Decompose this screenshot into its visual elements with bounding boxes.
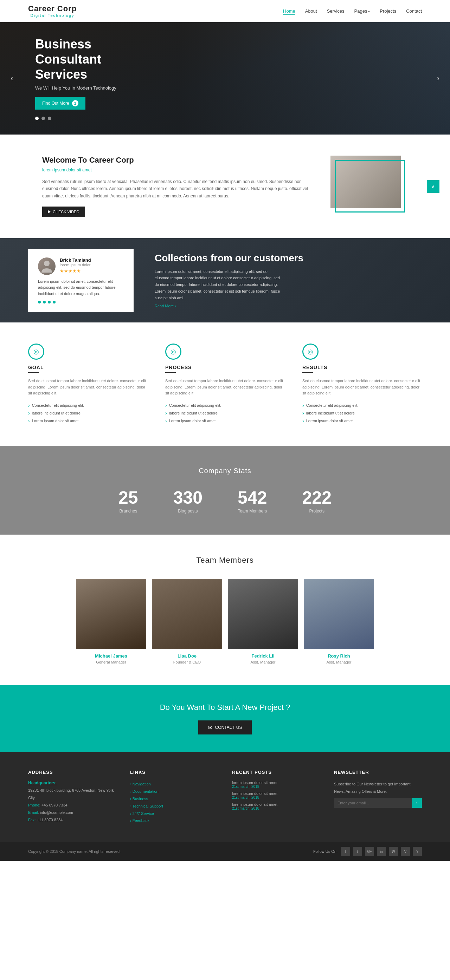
footer-post-2-date: 21st march, 2018	[232, 795, 320, 799]
goal-list: Consectetur elit adipiscing elit. labore…	[28, 401, 148, 425]
footer-email-link[interactable]: Email	[28, 810, 38, 815]
stat-projects-num: 222	[302, 489, 332, 506]
member-role-2: Founder & CEO	[152, 660, 222, 664]
hero-content: Business Consultant Services We Will Hel…	[0, 37, 155, 121]
footer-links-col: LINKS Navigation Documentation Business …	[130, 770, 218, 824]
footer-newsletter-body: Subscribe to Our Newsletter to get Impor…	[334, 781, 422, 795]
hero-btn-badge: 1	[72, 100, 78, 107]
footer-link-biz[interactable]: Business	[130, 795, 218, 803]
footer-address-col: ADDRESS Headquarters: 19281 4th block bu…	[28, 770, 116, 824]
testimonial-author-sub: lorem ipsum dolor	[60, 263, 91, 267]
footer-link-nav[interactable]: Navigation	[130, 781, 218, 788]
features-section: ◎ GOAL Sed do eiusmod tempor labore inci…	[0, 323, 450, 446]
process-icon: ◎	[165, 344, 181, 360]
hero-dots	[35, 117, 155, 120]
member-name-1: Michael James	[76, 653, 146, 659]
footer-phone-link[interactable]: Phone	[28, 803, 39, 807]
social-facebook[interactable]: f	[341, 847, 350, 856]
member-name-3: Fedrick Lii	[228, 653, 298, 659]
goal-list-item-1: Consectetur elit adipiscing elit.	[28, 401, 148, 409]
goal-underline	[28, 372, 39, 373]
footer-social: Follow Us On: f t G+ in ₩ V Y	[313, 847, 422, 856]
testimonial-heading: Collections from our customers	[155, 252, 303, 264]
results-list-item-2: labore incididunt ut et dolore	[302, 409, 422, 417]
footer-link-support[interactable]: Technical Support	[130, 803, 218, 810]
footer-newsletter-heading: NEWSLETTER	[334, 770, 422, 775]
footer-addr: 19281 4th block building, 6765 Aveston, …	[28, 787, 116, 802]
footer-post-3-date: 21st march, 2018	[232, 807, 320, 810]
social-y[interactable]: Y	[413, 847, 422, 856]
hero-dot-2[interactable]	[41, 117, 45, 120]
stat-branches-num: 25	[118, 489, 138, 506]
stat-team-num: 542	[238, 489, 267, 506]
play-icon	[48, 210, 51, 213]
testimonial-author: Brick Tamland lorem ipsum dolor ★★★★★	[38, 258, 124, 275]
social-w[interactable]: ₩	[389, 847, 398, 856]
nav-about[interactable]: About	[305, 8, 317, 14]
social-twitter[interactable]: t	[353, 847, 362, 856]
goal-list-item-3: Lorem ipsum dolor sit amet	[28, 417, 148, 425]
cta-btn-label: CONTACT US	[215, 725, 242, 730]
member-role-3: Asst. Manager	[228, 660, 298, 664]
check-video-button[interactable]: CHECK VIDEO	[42, 207, 85, 217]
social-linkedin[interactable]: in	[377, 847, 386, 856]
goal-title: GOAL	[28, 364, 148, 370]
process-list: Consectetur elit adipiscing elit. labore…	[165, 401, 285, 425]
footer-link-service[interactable]: 24/7 Service	[130, 810, 218, 818]
cta-button[interactable]: ✉ CONTACT US	[198, 721, 252, 735]
stat-branches: 25 Branches	[118, 489, 138, 514]
results-title: RESULTS	[302, 364, 422, 370]
social-v[interactable]: V	[401, 847, 410, 856]
tdot-4[interactable]	[53, 301, 56, 304]
footer-fax: Fax: +11 8970 8234	[28, 816, 116, 824]
footer-phone: Phone: +45 8970 7334	[28, 802, 116, 809]
goal-list-item-2: labore incididunt ut et dolore	[28, 409, 148, 417]
welcome-body: Sed venenatis rutrum ipsum libero at veh…	[42, 178, 310, 199]
welcome-subtitle: lorem ipsum dolor sit amet	[42, 167, 310, 172]
tdot-1[interactable]	[38, 301, 41, 304]
navbar: Career Corp Digital Technology Home Abou…	[0, 0, 450, 22]
process-list-item-3: Lorem ipsum dolor sit amet	[165, 417, 285, 425]
tdot-3[interactable]	[48, 301, 51, 304]
team-member-3: Fedrick Lii Asst. Manager	[228, 579, 298, 664]
svg-point-0	[44, 261, 49, 266]
newsletter-form: ›	[334, 798, 422, 808]
footer-fax-link[interactable]: Fax	[28, 818, 34, 822]
welcome-img-border	[335, 160, 405, 213]
read-more-link[interactable]: Read More	[155, 304, 176, 308]
welcome-section: Welcome To Career Corp lorem ipsum dolor…	[0, 135, 450, 238]
testimonial-main-content: Collections from our customers Lorem ips…	[155, 252, 303, 309]
footer-hq: Headquarters:	[28, 781, 116, 785]
team-photo-3	[228, 579, 298, 649]
scroll-up-button[interactable]: ∧	[427, 180, 439, 193]
testimonial-section: Brick Tamland lorem ipsum dolor ★★★★★ Lo…	[0, 238, 450, 323]
hero-prev-arrow[interactable]: ‹	[11, 74, 13, 83]
welcome-text: Welcome To Career Corp lorem ipsum dolor…	[42, 156, 310, 217]
hero-cta-button[interactable]: Find Out More 1	[35, 97, 85, 110]
footer-email: Email: info@example.com	[28, 809, 116, 816]
footer-copyright: Copyright © 2018 Company name. All right…	[28, 850, 121, 854]
newsletter-email-input[interactable]	[334, 798, 412, 808]
member-name-4: Rosy Rich	[304, 653, 374, 659]
nav-services[interactable]: Services	[327, 8, 345, 14]
nav-home[interactable]: Home	[283, 8, 295, 15]
cta-section: Do You Want To Start A New Project ? ✉ C…	[0, 685, 450, 752]
process-title: PROCESS	[165, 364, 285, 370]
tdot-2[interactable]	[43, 301, 46, 304]
footer-main: ADDRESS Headquarters: 19281 4th block bu…	[0, 752, 450, 842]
nav-contact[interactable]: Contact	[406, 8, 422, 14]
nav-projects[interactable]: Projects	[380, 8, 396, 14]
stat-team-label: Team Members	[238, 509, 267, 514]
social-google[interactable]: G+	[365, 847, 374, 856]
hero-next-arrow[interactable]: ›	[437, 74, 439, 83]
footer-link-doc[interactable]: Documentation	[130, 788, 218, 795]
stat-projects: 222 Projects	[302, 489, 332, 514]
footer-link-feedback[interactable]: Feedback	[130, 817, 218, 824]
hero-dot-1[interactable]	[35, 117, 39, 120]
newsletter-submit-button[interactable]: ›	[412, 798, 422, 808]
nav-pages[interactable]: Pages	[354, 8, 370, 14]
footer-post-1-title: lorem ipsum dolor sit amet	[232, 781, 320, 785]
footer: ADDRESS Headquarters: 19281 4th block bu…	[0, 752, 450, 861]
stats-heading: Company Stats	[28, 467, 422, 475]
hero-dot-3[interactable]	[48, 117, 51, 120]
